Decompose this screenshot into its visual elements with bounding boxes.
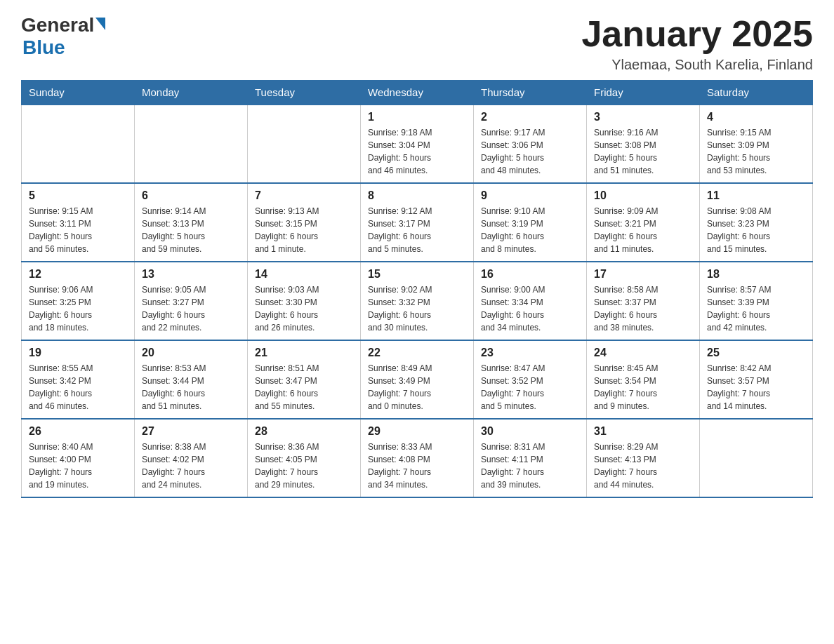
day-info: Sunrise: 9:15 AMSunset: 3:09 PMDaylight:… <box>707 126 805 177</box>
logo-triangle-icon <box>95 18 105 30</box>
day-number: 20 <box>142 347 240 359</box>
day-number: 4 <box>707 111 805 123</box>
calendar-cell: 24Sunrise: 8:45 AMSunset: 3:54 PMDayligh… <box>587 340 700 419</box>
day-number: 31 <box>594 425 692 438</box>
calendar-cell: 13Sunrise: 9:05 AMSunset: 3:27 PMDayligh… <box>135 262 248 340</box>
day-info: Sunrise: 9:16 AMSunset: 3:08 PMDaylight:… <box>594 126 692 177</box>
calendar-cell <box>22 105 135 183</box>
calendar-cell: 4Sunrise: 9:15 AMSunset: 3:09 PMDaylight… <box>700 105 813 183</box>
day-info: Sunrise: 9:00 AMSunset: 3:34 PMDaylight:… <box>481 283 579 334</box>
calendar-cell: 23Sunrise: 8:47 AMSunset: 3:52 PMDayligh… <box>474 340 587 419</box>
day-info: Sunrise: 9:12 AMSunset: 3:17 PMDaylight:… <box>368 205 466 255</box>
calendar-cell: 29Sunrise: 8:33 AMSunset: 4:08 PMDayligh… <box>361 419 474 497</box>
day-info: Sunrise: 8:55 AMSunset: 3:42 PMDaylight:… <box>29 362 127 412</box>
calendar-cell <box>248 105 361 183</box>
day-info: Sunrise: 8:36 AMSunset: 4:05 PMDaylight:… <box>255 441 353 491</box>
day-number: 19 <box>29 347 127 359</box>
day-number: 13 <box>142 268 240 281</box>
month-title: January 2025 <box>581 14 813 54</box>
calendar-cell: 31Sunrise: 8:29 AMSunset: 4:13 PMDayligh… <box>587 419 700 497</box>
calendar-week-4: 19Sunrise: 8:55 AMSunset: 3:42 PMDayligh… <box>22 340 813 419</box>
day-number: 3 <box>594 111 692 123</box>
calendar-cell: 18Sunrise: 8:57 AMSunset: 3:39 PMDayligh… <box>700 262 813 340</box>
calendar-cell: 22Sunrise: 8:49 AMSunset: 3:49 PMDayligh… <box>361 340 474 419</box>
location: Ylaemaa, South Karelia, Finland <box>581 57 813 73</box>
calendar-cell: 27Sunrise: 8:38 AMSunset: 4:02 PMDayligh… <box>135 419 248 497</box>
calendar-cell: 15Sunrise: 9:02 AMSunset: 3:32 PMDayligh… <box>361 262 474 340</box>
weekday-header-tuesday: Tuesday <box>248 81 361 105</box>
calendar-cell: 5Sunrise: 9:15 AMSunset: 3:11 PMDaylight… <box>22 183 135 262</box>
day-info: Sunrise: 9:10 AMSunset: 3:19 PMDaylight:… <box>481 205 579 255</box>
title-section: January 2025 Ylaemaa, South Karelia, Fin… <box>581 14 813 73</box>
day-info: Sunrise: 8:40 AMSunset: 4:00 PMDaylight:… <box>29 441 127 491</box>
day-number: 17 <box>594 268 692 281</box>
day-info: Sunrise: 8:31 AMSunset: 4:11 PMDaylight:… <box>481 441 579 491</box>
calendar-cell <box>135 105 248 183</box>
day-info: Sunrise: 9:02 AMSunset: 3:32 PMDaylight:… <box>368 283 466 334</box>
weekday-header-wednesday: Wednesday <box>361 81 474 105</box>
weekday-header-thursday: Thursday <box>474 81 587 105</box>
weekday-header-saturday: Saturday <box>700 81 813 105</box>
weekday-header-sunday: Sunday <box>22 81 135 105</box>
day-info: Sunrise: 9:08 AMSunset: 3:23 PMDaylight:… <box>707 205 805 255</box>
calendar-cell: 9Sunrise: 9:10 AMSunset: 3:19 PMDaylight… <box>474 183 587 262</box>
day-number: 29 <box>368 425 466 438</box>
day-info: Sunrise: 9:06 AMSunset: 3:25 PMDaylight:… <box>29 283 127 334</box>
day-info: Sunrise: 8:29 AMSunset: 4:13 PMDaylight:… <box>594 441 692 491</box>
day-number: 7 <box>255 189 353 202</box>
day-number: 22 <box>368 347 466 359</box>
calendar-cell: 14Sunrise: 9:03 AMSunset: 3:30 PMDayligh… <box>248 262 361 340</box>
weekday-header-monday: Monday <box>135 81 248 105</box>
day-info: Sunrise: 9:14 AMSunset: 3:13 PMDaylight:… <box>142 205 240 255</box>
day-number: 25 <box>707 347 805 359</box>
calendar-cell: 28Sunrise: 8:36 AMSunset: 4:05 PMDayligh… <box>248 419 361 497</box>
day-info: Sunrise: 9:03 AMSunset: 3:30 PMDaylight:… <box>255 283 353 334</box>
day-info: Sunrise: 8:45 AMSunset: 3:54 PMDaylight:… <box>594 362 692 412</box>
calendar-table: SundayMondayTuesdayWednesdayThursdayFrid… <box>21 80 813 498</box>
day-info: Sunrise: 9:13 AMSunset: 3:15 PMDaylight:… <box>255 205 353 255</box>
day-info: Sunrise: 9:09 AMSunset: 3:21 PMDaylight:… <box>594 205 692 255</box>
calendar-cell: 3Sunrise: 9:16 AMSunset: 3:08 PMDaylight… <box>587 105 700 183</box>
day-number: 11 <box>707 189 805 202</box>
day-info: Sunrise: 8:42 AMSunset: 3:57 PMDaylight:… <box>707 362 805 412</box>
calendar-cell: 25Sunrise: 8:42 AMSunset: 3:57 PMDayligh… <box>700 340 813 419</box>
calendar-cell: 16Sunrise: 9:00 AMSunset: 3:34 PMDayligh… <box>474 262 587 340</box>
day-number: 28 <box>255 425 353 438</box>
day-info: Sunrise: 9:15 AMSunset: 3:11 PMDaylight:… <box>29 205 127 255</box>
day-info: Sunrise: 8:53 AMSunset: 3:44 PMDaylight:… <box>142 362 240 412</box>
calendar-cell: 8Sunrise: 9:12 AMSunset: 3:17 PMDaylight… <box>361 183 474 262</box>
calendar-cell: 21Sunrise: 8:51 AMSunset: 3:47 PMDayligh… <box>248 340 361 419</box>
day-info: Sunrise: 8:47 AMSunset: 3:52 PMDaylight:… <box>481 362 579 412</box>
calendar-cell: 6Sunrise: 9:14 AMSunset: 3:13 PMDaylight… <box>135 183 248 262</box>
day-info: Sunrise: 8:49 AMSunset: 3:49 PMDaylight:… <box>368 362 466 412</box>
day-number: 1 <box>368 111 466 123</box>
day-info: Sunrise: 8:38 AMSunset: 4:02 PMDaylight:… <box>142 441 240 491</box>
day-number: 14 <box>255 268 353 281</box>
day-number: 5 <box>29 189 127 202</box>
calendar-week-5: 26Sunrise: 8:40 AMSunset: 4:00 PMDayligh… <box>22 419 813 497</box>
calendar-cell: 30Sunrise: 8:31 AMSunset: 4:11 PMDayligh… <box>474 419 587 497</box>
day-info: Sunrise: 9:17 AMSunset: 3:06 PMDaylight:… <box>481 126 579 177</box>
day-number: 26 <box>29 425 127 438</box>
calendar-week-3: 12Sunrise: 9:06 AMSunset: 3:25 PMDayligh… <box>22 262 813 340</box>
weekday-header-row: SundayMondayTuesdayWednesdayThursdayFrid… <box>22 81 813 105</box>
day-info: Sunrise: 8:58 AMSunset: 3:37 PMDaylight:… <box>594 283 692 334</box>
calendar-cell: 19Sunrise: 8:55 AMSunset: 3:42 PMDayligh… <box>22 340 135 419</box>
day-number: 15 <box>368 268 466 281</box>
calendar-cell: 20Sunrise: 8:53 AMSunset: 3:44 PMDayligh… <box>135 340 248 419</box>
day-number: 30 <box>481 425 579 438</box>
day-info: Sunrise: 9:05 AMSunset: 3:27 PMDaylight:… <box>142 283 240 334</box>
calendar-cell: 1Sunrise: 9:18 AMSunset: 3:04 PMDaylight… <box>361 105 474 183</box>
day-number: 6 <box>142 189 240 202</box>
day-number: 18 <box>707 268 805 281</box>
calendar-cell: 11Sunrise: 9:08 AMSunset: 3:23 PMDayligh… <box>700 183 813 262</box>
day-number: 2 <box>481 111 579 123</box>
day-number: 16 <box>481 268 579 281</box>
calendar-cell: 7Sunrise: 9:13 AMSunset: 3:15 PMDaylight… <box>248 183 361 262</box>
logo-blue-text: Blue <box>22 36 65 59</box>
day-number: 8 <box>368 189 466 202</box>
day-info: Sunrise: 8:57 AMSunset: 3:39 PMDaylight:… <box>707 283 805 334</box>
day-number: 9 <box>481 189 579 202</box>
day-number: 23 <box>481 347 579 359</box>
day-number: 12 <box>29 268 127 281</box>
